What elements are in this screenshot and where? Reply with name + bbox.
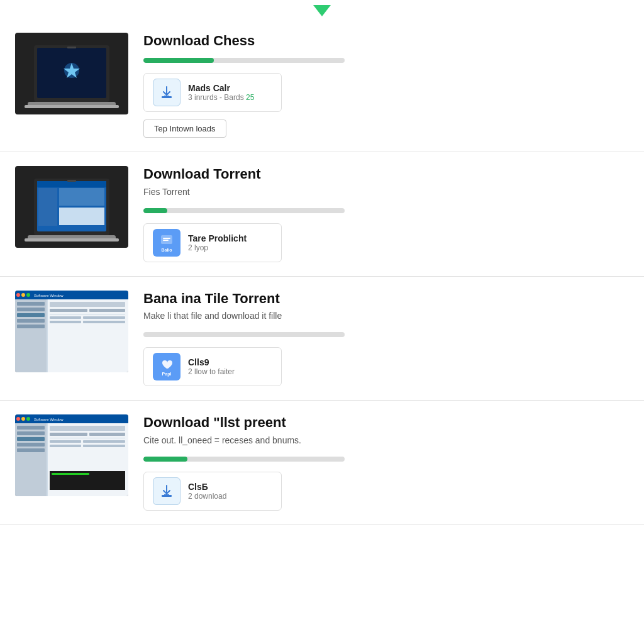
- thumbnail-bana-ina-tile-torrent: Software Window: [15, 291, 128, 372]
- svg-rect-32: [50, 309, 87, 312]
- svg-point-43: [26, 417, 30, 421]
- action-button-download-chess[interactable]: Tep Intown loads: [143, 119, 226, 138]
- svg-rect-12: [37, 181, 106, 187]
- progress-fill-download-chess: [143, 58, 214, 63]
- sub-card-meta: 2 download: [188, 492, 226, 501]
- sub-card-name: Mads Calr: [188, 83, 254, 93]
- thumbnail-download-chess: [15, 33, 128, 114]
- svg-rect-38: [83, 321, 125, 323]
- progress-fill-download-list-present: [143, 457, 187, 462]
- svg-text:Software Window: Software Window: [34, 294, 64, 297]
- sub-card-bana-ina-tile-torrent: Papl Clls9 2 llow to faiter: [143, 347, 282, 386]
- svg-rect-47: [17, 431, 45, 435]
- svg-rect-52: [50, 426, 125, 431]
- progress-track-download-torrent: [143, 208, 345, 213]
- svg-point-21: [21, 293, 25, 297]
- svg-text:Software Window: Software Window: [34, 418, 64, 421]
- card-content-bana-ina-tile-torrent: Bana ina Tile Torrent Make li that file …: [143, 291, 629, 386]
- sub-card-icon-badge: Balio: [153, 229, 180, 257]
- svg-rect-34: [50, 314, 125, 314]
- svg-rect-13: [38, 188, 57, 226]
- svg-rect-58: [50, 445, 81, 447]
- sub-card-download-list-present: ClsБ 2 download: [143, 472, 282, 511]
- cards-container: Download Chess Mads Calr 3 inrurds - Bar…: [0, 19, 644, 525]
- sub-card-name: ClsБ: [188, 482, 226, 492]
- svg-rect-55: [50, 438, 125, 438]
- svg-rect-9: [25, 238, 119, 242]
- svg-rect-26: [17, 308, 45, 311]
- svg-point-20: [16, 293, 20, 297]
- svg-rect-31: [50, 302, 125, 307]
- sub-card-icon-download: [153, 477, 180, 505]
- svg-rect-37: [50, 321, 81, 323]
- sub-card-info-bana-ina-tile-torrent: Clls9 2 llow to faiter: [188, 357, 235, 376]
- svg-rect-48: [17, 437, 45, 441]
- svg-rect-49: [17, 443, 45, 447]
- svg-rect-25: [17, 302, 45, 306]
- card-subtitle-download-torrent: Fies Torrent: [143, 187, 629, 197]
- sub-card-meta: 2 lyop: [188, 243, 247, 252]
- sub-card-meta: 3 inrurds - Bards 25: [188, 93, 254, 102]
- sub-card-info-download-torrent: Tare Problicht 2 lyop: [188, 233, 247, 252]
- card-subtitle-download-list-present: Cite out. ll_oneed = receses and bnums.: [143, 435, 629, 445]
- svg-rect-33: [89, 309, 125, 312]
- progress-fill-download-torrent: [143, 208, 167, 213]
- svg-rect-35: [50, 316, 81, 319]
- card-download-torrent: Download Torrent Fies Torrent Balio Tare…: [0, 152, 644, 276]
- sub-card-icon-heart: Papl: [153, 353, 180, 380]
- thumbnail-download-list-present: Software Window: [15, 414, 128, 496]
- progress-track-bana-ina-tile-torrent: [143, 332, 345, 337]
- svg-rect-56: [50, 440, 81, 443]
- svg-rect-61: [52, 473, 89, 475]
- svg-point-42: [21, 417, 25, 421]
- progress-track-download-list-present: [143, 457, 345, 462]
- svg-rect-46: [17, 426, 45, 430]
- top-arrow-indicator: [0, 0, 644, 19]
- svg-point-41: [16, 417, 20, 421]
- sub-card-download-torrent: Balio Tare Problicht 2 lyop: [143, 223, 282, 262]
- svg-rect-40: [15, 414, 128, 423]
- card-subtitle-bana-ina-tile-torrent: Make li that file and download it fille: [143, 311, 629, 321]
- card-title-bana-ina-tile-torrent: Bana ina Tile Torrent: [143, 291, 629, 307]
- svg-rect-6: [67, 47, 76, 48]
- sub-card-meta: 2 llow to faiter: [188, 367, 235, 376]
- sub-card-info-download-list-present: ClsБ 2 download: [188, 482, 226, 501]
- card-content-download-torrent: Download Torrent Fies Torrent Balio Tare…: [143, 166, 629, 262]
- svg-rect-28: [17, 319, 45, 323]
- sub-card-icon-download: [153, 79, 180, 106]
- card-bana-ina-tile-torrent: Software Window Bana ina Tile Torrent Ma…: [0, 277, 644, 401]
- svg-rect-29: [17, 325, 45, 328]
- sub-card-info-download-chess: Mads Calr 3 inrurds - Bards 25: [188, 83, 254, 102]
- thumbnail-download-torrent: [15, 166, 128, 248]
- sub-card-download-chess: Mads Calr 3 inrurds - Bards 25: [143, 73, 282, 112]
- sub-card-name: Clls9: [188, 357, 235, 367]
- svg-rect-1: [25, 105, 119, 108]
- svg-point-22: [26, 293, 30, 297]
- card-download-chess: Download Chess Mads Calr 3 inrurds - Bar…: [0, 19, 644, 152]
- svg-rect-57: [83, 440, 125, 443]
- meta-green: 25: [246, 93, 254, 102]
- down-arrow-icon: [313, 5, 331, 16]
- card-title-download-list-present: Download "llst preent: [143, 414, 629, 431]
- card-content-download-chess: Download Chess Mads Calr 3 inrurds - Bar…: [143, 33, 629, 138]
- svg-rect-15: [59, 208, 104, 225]
- card-title-download-torrent: Download Torrent: [143, 166, 629, 182]
- svg-rect-59: [83, 445, 125, 447]
- progress-track-download-chess: [143, 58, 345, 63]
- svg-rect-54: [89, 433, 125, 436]
- svg-rect-27: [17, 313, 45, 317]
- card-download-list-present: Software Window Download "llst preent Ci…: [0, 401, 644, 525]
- svg-rect-50: [17, 448, 45, 452]
- card-content-download-list-present: Download "llst preent Cite out. ll_oneed…: [143, 414, 629, 510]
- svg-rect-19: [15, 291, 128, 299]
- svg-rect-16: [67, 180, 76, 182]
- card-title-download-chess: Download Chess: [143, 33, 629, 49]
- svg-rect-53: [50, 433, 87, 436]
- sub-card-name: Tare Problicht: [188, 233, 247, 243]
- svg-rect-14: [59, 188, 104, 206]
- svg-rect-36: [83, 316, 125, 319]
